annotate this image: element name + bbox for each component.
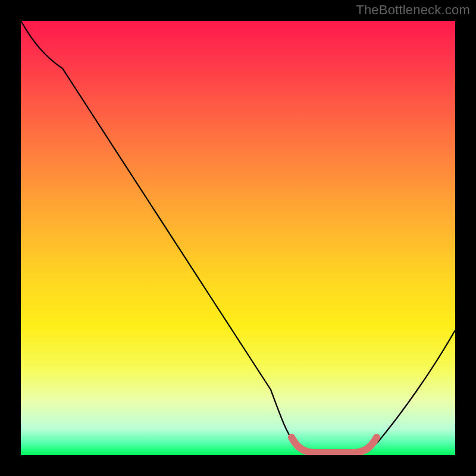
optimal-range-highlight (292, 437, 377, 453)
plot-area (21, 21, 455, 455)
bottleneck-curve-line (21, 21, 455, 454)
watermark-label: TheBottleneck.com (356, 2, 470, 18)
chart-frame: TheBottleneck.com (0, 0, 476, 476)
curve-layer (21, 21, 455, 455)
